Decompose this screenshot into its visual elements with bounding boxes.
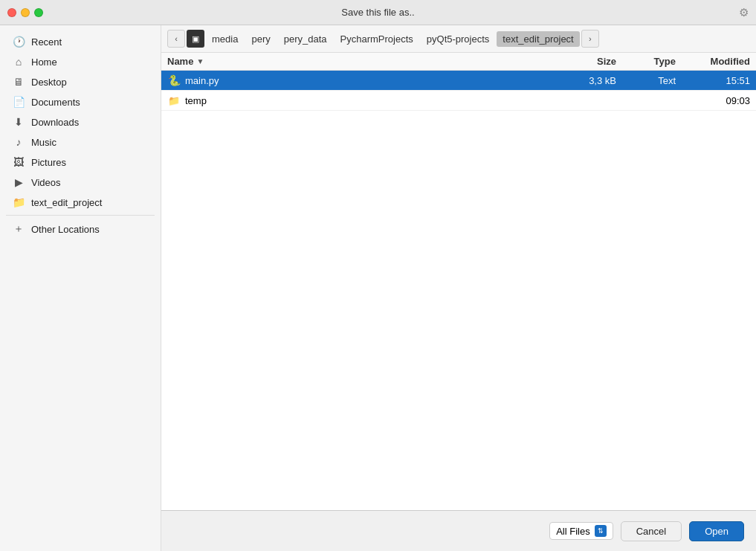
sidebar-item-pictures[interactable]: 🖼 Pictures xyxy=(3,152,158,172)
sidebar-item-text-edit-project[interactable]: 📁 text_edit_project xyxy=(3,193,158,212)
filter-dropdown[interactable]: All Files ⇅ xyxy=(549,522,613,540)
videos-icon: ▶ xyxy=(12,176,25,188)
file-type-main-py: Text xyxy=(616,75,676,86)
content-area: ‹ ▣ media pery pery_data PycharmProjects… xyxy=(161,25,756,551)
breadcrumb-pery-data[interactable]: pery_data xyxy=(278,31,333,47)
sidebar-label-desktop: Desktop xyxy=(31,77,67,88)
filter-dropdown-arrow-icon: ⇅ xyxy=(595,525,607,537)
sidebar: 🕐 Recent ⌂ Home 🖥 Desktop 📄 Documents ⬇ … xyxy=(0,25,161,551)
sidebar-label-home: Home xyxy=(31,57,57,68)
file-list: 🐍 main.py 3,3 kB Text 15:51 📁 temp 09:03 xyxy=(161,71,756,510)
documents-icon: 📄 xyxy=(12,96,25,108)
sidebar-item-recent[interactable]: 🕐 Recent xyxy=(3,32,158,51)
breadcrumb-text-edit-project[interactable]: text_edit_project xyxy=(497,31,579,47)
file-name-cell-temp: 📁 temp xyxy=(167,94,557,107)
file-name-temp: temp xyxy=(185,95,207,106)
breadcrumb-back-button[interactable]: ‹ xyxy=(167,30,185,48)
home-icon: ⌂ xyxy=(12,56,25,68)
file-size-main-py: 3,3 kB xyxy=(557,75,616,86)
file-name-main-py: main.py xyxy=(185,75,219,86)
sidebar-item-desktop[interactable]: 🖥 Desktop xyxy=(3,72,158,91)
close-button[interactable] xyxy=(7,8,16,17)
sidebar-label-downloads: Downloads xyxy=(31,117,79,128)
header-name[interactable]: Name ▼ xyxy=(167,56,557,67)
sidebar-label-text-edit-project: text_edit_project xyxy=(31,197,102,208)
sidebar-divider xyxy=(6,215,155,216)
cancel-button[interactable]: Cancel xyxy=(621,521,682,541)
breadcrumb-pycharm-projects[interactable]: PycharmProjects xyxy=(335,31,419,47)
title-bar: Save this file as.. ⚙ xyxy=(0,0,756,25)
music-icon: ♪ xyxy=(12,136,25,148)
sidebar-label-other-locations: Other Locations xyxy=(31,224,100,235)
plus-icon: ＋ xyxy=(12,222,25,236)
breadcrumb-pery[interactable]: pery xyxy=(245,31,276,47)
folder-icon: 📁 xyxy=(12,196,25,208)
file-name-cell-main-py: 🐍 main.py xyxy=(167,74,557,87)
sort-arrow-icon: ▼ xyxy=(196,57,204,65)
file-modified-temp: 09:03 xyxy=(676,95,750,106)
sidebar-item-downloads[interactable]: ⬇ Downloads xyxy=(3,112,158,132)
file-row-main-py[interactable]: 🐍 main.py 3,3 kB Text 15:51 xyxy=(161,71,756,91)
minimize-button[interactable] xyxy=(21,8,30,17)
breadcrumb-media[interactable]: media xyxy=(206,31,244,47)
file-list-headers: Name ▼ Size Type Modified xyxy=(161,53,756,71)
main-container: 🕐 Recent ⌂ Home 🖥 Desktop 📄 Documents ⬇ … xyxy=(0,25,756,551)
downloads-icon: ⬇ xyxy=(12,116,25,128)
sidebar-label-pictures: Pictures xyxy=(31,157,66,168)
sidebar-label-videos: Videos xyxy=(31,177,61,188)
python-file-icon: 🐍 xyxy=(167,74,181,87)
open-button[interactable]: Open xyxy=(689,521,744,541)
sidebar-item-videos[interactable]: ▶ Videos xyxy=(3,173,158,192)
sidebar-item-documents[interactable]: 📄 Documents xyxy=(3,92,158,112)
gear-icon[interactable]: ⚙ xyxy=(739,6,749,19)
recent-icon: 🕐 xyxy=(12,36,25,48)
file-modified-main-py: 15:51 xyxy=(676,75,750,86)
breadcrumb-pyqt5-projects[interactable]: pyQt5-projects xyxy=(421,31,496,47)
file-row-temp[interactable]: 📁 temp 09:03 xyxy=(161,91,756,111)
bottom-bar: All Files ⇅ Cancel Open xyxy=(161,510,756,551)
header-size[interactable]: Size xyxy=(557,56,616,67)
filter-label: All Files xyxy=(556,526,590,537)
pictures-icon: 🖼 xyxy=(12,156,25,168)
media-drive-icon: ▣ xyxy=(187,30,204,48)
sidebar-item-other-locations[interactable]: ＋ Other Locations xyxy=(3,219,158,239)
window-title: Save this file as.. xyxy=(341,7,414,18)
folder-icon-temp: 📁 xyxy=(167,94,181,107)
breadcrumb-forward-button[interactable]: › xyxy=(581,30,599,48)
sidebar-label-recent: Recent xyxy=(31,36,62,48)
header-modified[interactable]: Modified xyxy=(676,56,750,67)
desktop-icon: 🖥 xyxy=(12,76,25,88)
sidebar-label-music: Music xyxy=(31,137,56,148)
window-controls xyxy=(7,8,43,17)
header-type[interactable]: Type xyxy=(616,56,676,67)
sidebar-item-music[interactable]: ♪ Music xyxy=(3,132,158,152)
sidebar-item-home[interactable]: ⌂ Home xyxy=(3,52,158,71)
breadcrumb-bar: ‹ ▣ media pery pery_data PycharmProjects… xyxy=(161,25,756,53)
sidebar-label-documents: Documents xyxy=(31,97,80,108)
maximize-button[interactable] xyxy=(34,8,43,17)
